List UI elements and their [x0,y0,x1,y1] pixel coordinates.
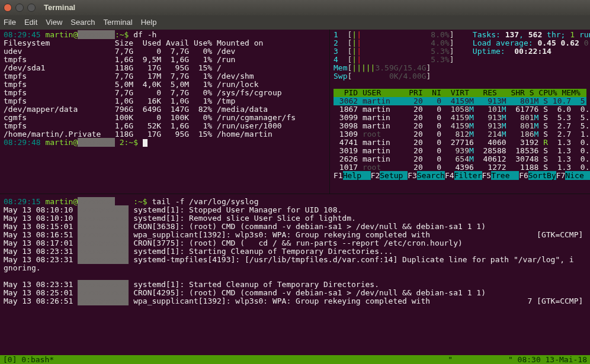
htop-fkeys: F1Help F2Setup F3SearchF4FilterF5Tree F6… [334,171,590,180]
pane-df[interactable]: 08:29:45 martin@xxxxxxxx:~$ df -h Filesy… [4,31,328,147]
fkey-F3[interactable]: F3 [408,171,417,180]
maximize-window-icon[interactable] [27,4,36,12]
process-row[interactable]: 3099 martin 20 0 4159M 913M 801M S 5.3 5… [334,114,586,122]
process-row[interactable]: 3098 martin 20 0 4159M 913M 801M S 2.7 5… [334,122,586,130]
status-right: " " 08:30 13-Mai-18 [448,355,587,364]
menu-terminal[interactable]: Terminal [104,18,133,27]
menu-edit[interactable]: Edit [24,18,37,27]
pane-htop[interactable]: 1 [|| 8.0%] Tasks: 137, 562 thr; 1 runn … [334,31,586,180]
status-left: [0] 0:bash* [3,355,54,364]
process-row[interactable]: 1017 root 20 0 4396 1272 1188 S 1.3 0.0 [334,163,586,172]
pane-vertical-split[interactable] [329,30,330,194]
fkey-F4[interactable]: F4 [445,171,454,180]
fkey-F7[interactable]: F7 [556,171,566,180]
close-window-icon[interactable] [4,4,12,12]
fkey-F6[interactable]: F6 [519,171,528,180]
cursor [143,139,148,147]
menu-file[interactable]: File [4,18,16,27]
fkey-F1[interactable]: F1 [334,171,343,180]
process-row[interactable]: 3062 martin 20 0 4159M 913M 801M S 10.7 … [334,97,586,105]
tmux-statusbar: [0] 0:bash* " " 08:30 13-Mai-18 [0,355,590,364]
process-row[interactable]: 1309 root 20 0 812M 214M 186M S 2.7 1.4 [334,130,586,138]
process-row[interactable]: 2626 martin 20 0 654M 40612 30748 S 1.3 … [334,155,586,163]
window-titlebar: Terminal [0,0,590,15]
menu-search[interactable]: Search [70,18,95,27]
fkey-F5[interactable]: F5 [482,171,492,180]
minimize-window-icon[interactable] [15,4,24,12]
fkey-F2[interactable]: F2 [371,171,380,180]
process-row[interactable]: 4741 martin 20 0 27716 4060 3192 R 1.3 0… [334,138,586,147]
process-row[interactable]: 1867 martin 20 0 1058M 101M 61776 S 6.0 … [334,105,586,114]
menubar: File Edit View Search Terminal Help [0,15,590,30]
htop-header: PID USER PRI NI VIRT RES SHR S CPU% MEM% [334,89,586,97]
pane-syslog[interactable]: 08:29:15 martin@xxxxxxxx :~$ tail -f /va… [4,198,586,305]
pane-horizontal-split[interactable] [0,194,590,194]
menu-view[interactable]: View [46,18,62,27]
window-title: Terminal [44,4,75,12]
process-row[interactable]: 3019 martin 20 0 939M 28588 18536 S 1.3 … [334,147,586,155]
menu-help[interactable]: Help [141,18,157,27]
